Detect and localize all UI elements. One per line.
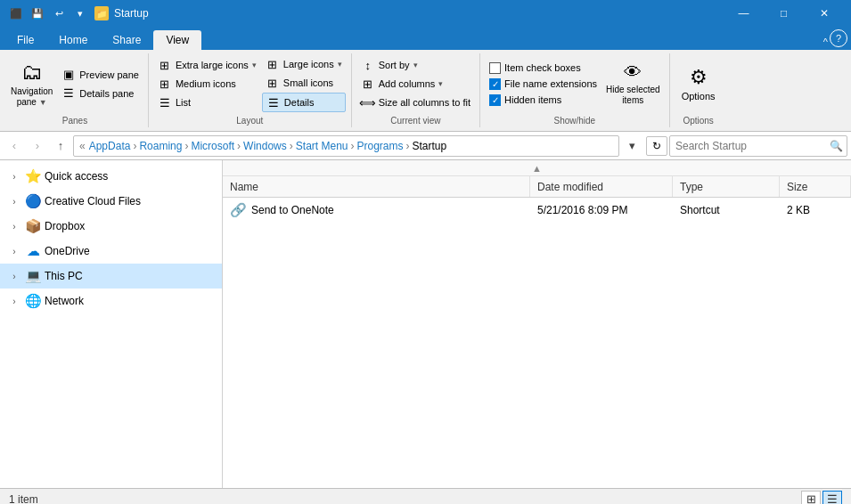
- options-btn[interactable]: ⚙ Options: [675, 56, 722, 111]
- col-header-size[interactable]: Size: [780, 176, 851, 197]
- creative-cloud-label: Creative Cloud Files: [45, 195, 141, 207]
- ribbon-group-options: ⚙ Options Options: [670, 53, 727, 127]
- add-columns-icon: ⊞: [361, 77, 375, 91]
- sort-by-btn[interactable]: ↕ Sort by ▾: [357, 56, 474, 74]
- size-all-columns-btn[interactable]: ⟺ Size all columns to fit: [357, 93, 474, 111]
- list-label: List: [176, 97, 191, 108]
- sidebar-item-quick-access[interactable]: › ⭐ Quick access: [0, 164, 222, 189]
- network-expand[interactable]: ›: [7, 294, 21, 308]
- maximize-button[interactable]: □: [764, 0, 804, 27]
- quick-dropdown-btn[interactable]: ▾: [71, 4, 89, 22]
- hide-selected-items-btn[interactable]: 👁 Hide selecteditems: [602, 56, 664, 111]
- search-icon[interactable]: 🔍: [825, 135, 847, 157]
- sidebar-item-network[interactable]: › 🌐 Network: [0, 289, 222, 313]
- breadcrumb-windows[interactable]: Windows: [243, 140, 287, 152]
- help-button[interactable]: ?: [830, 29, 847, 47]
- quick-undo-btn[interactable]: ↩: [50, 4, 68, 22]
- details-pane-icon: ☰: [61, 86, 76, 101]
- small-icon: ⊞: [266, 76, 280, 90]
- breadcrumb-appdata[interactable]: AppData: [89, 140, 131, 152]
- sidebar-item-onedrive[interactable]: › ☁ OneDrive: [0, 239, 222, 264]
- sidebar-item-dropbox[interactable]: › 📦 Dropbox: [0, 214, 222, 239]
- hidden-items-btn[interactable]: ✓ Hidden items: [486, 93, 601, 108]
- search-input[interactable]: [670, 140, 825, 152]
- table-row[interactable]: 🔗 Send to OneNote 5/21/2016 8:09 PM Shor…: [223, 198, 851, 223]
- navigation-pane-label: Navigationpane ▼: [11, 86, 53, 108]
- hide-selected-icon: 👁: [624, 62, 642, 83]
- creative-cloud-expand[interactable]: ›: [7, 194, 21, 208]
- add-columns-btn[interactable]: ⊞ Add columns ▾: [357, 75, 474, 93]
- ribbon: 🗂 Navigationpane ▼ ▣ Preview pane ☰ Deta…: [0, 50, 851, 132]
- quick-access-btn[interactable]: ⬛: [7, 4, 25, 22]
- breadcrumb-programs[interactable]: Programs: [357, 140, 404, 152]
- this-pc-expand[interactable]: ›: [7, 269, 21, 283]
- up-button[interactable]: ↑: [50, 135, 71, 157]
- network-icon: 🌐: [25, 293, 41, 309]
- sort-by-icon: ↕: [361, 58, 375, 72]
- tab-share[interactable]: Share: [100, 30, 153, 50]
- size-all-columns-icon: ⟺: [361, 95, 375, 110]
- quick-save-btn[interactable]: 💾: [29, 4, 46, 22]
- navigation-pane-btn[interactable]: 🗂 Navigationpane ▼: [7, 56, 56, 111]
- panes-items: 🗂 Navigationpane ▼ ▣ Preview pane ☰ Deta…: [7, 55, 143, 112]
- breadcrumb[interactable]: « AppData › Roaming › Microsoft › Window…: [73, 135, 619, 157]
- file-cell-date: 5/21/2016 8:09 PM: [530, 204, 673, 216]
- forward-button[interactable]: ›: [27, 135, 48, 157]
- preview-pane-btn[interactable]: ▣ Preview pane: [58, 66, 143, 84]
- tab-file[interactable]: File: [4, 30, 46, 50]
- col-header-date[interactable]: Date modified: [530, 176, 673, 197]
- back-button[interactable]: ‹: [4, 135, 25, 157]
- panes-col: ▣ Preview pane ☰ Details pane: [58, 66, 143, 102]
- current-view-items: ↕ Sort by ▾ ⊞ Add columns ▾ ⟺ Size all c…: [357, 55, 474, 112]
- details-label: Details: [284, 97, 315, 108]
- breadcrumb-startup: Startup: [413, 140, 447, 152]
- item-count: 1 item: [9, 493, 38, 505]
- file-cell-name: 🔗 Send to OneNote: [223, 202, 530, 218]
- details-btn[interactable]: ☰ Details: [262, 93, 346, 112]
- medium-icons-btn[interactable]: ⊞ Medium icons: [154, 75, 260, 93]
- ribbon-collapse-btn[interactable]: ^: [823, 37, 828, 47]
- item-check-boxes-btn[interactable]: Item check boxes: [486, 61, 601, 76]
- tab-home[interactable]: Home: [46, 30, 100, 50]
- col-size-label: Size: [787, 181, 807, 193]
- options-items: ⚙ Options: [675, 55, 722, 112]
- panes-group-label: Panes: [62, 112, 87, 126]
- tab-view[interactable]: View: [153, 30, 201, 50]
- onedrive-expand[interactable]: ›: [7, 244, 21, 258]
- close-button[interactable]: ✕: [804, 0, 844, 27]
- dropbox-expand[interactable]: ›: [7, 219, 21, 233]
- list-view-btn[interactable]: ☰: [822, 491, 842, 505]
- large-icons-btn[interactable]: ⊞ Large icons ▾: [262, 55, 346, 73]
- extra-large-icons-btn[interactable]: ⊞ Extra large icons ▾: [154, 56, 260, 74]
- dropbox-label: Dropbox: [45, 220, 85, 232]
- file-name-extensions-btn[interactable]: ✓ File name extensions: [486, 77, 601, 92]
- breadcrumb-dropdown-btn[interactable]: ▾: [621, 135, 642, 157]
- file-name-extensions-label: File name extensions: [504, 78, 597, 89]
- up-folder-row[interactable]: ▲: [223, 160, 851, 176]
- breadcrumb-roaming[interactable]: Roaming: [139, 140, 182, 152]
- details-icon: ☰: [266, 95, 281, 110]
- breadcrumb-startmenu[interactable]: Start Menu: [296, 140, 348, 152]
- preview-pane-label: Preview pane: [79, 69, 139, 80]
- show-hide-group-label: Show/hide: [553, 112, 595, 126]
- list-btn[interactable]: ☰ List: [154, 93, 260, 111]
- sidebar-item-this-pc[interactable]: › 💻 This PC: [0, 264, 222, 289]
- search-box: 🔍: [669, 135, 847, 157]
- breadcrumb-expand[interactable]: «: [79, 140, 86, 152]
- breadcrumb-microsoft[interactable]: Microsoft: [191, 140, 234, 152]
- grid-view-btn[interactable]: ⊞: [801, 491, 821, 505]
- details-pane-btn[interactable]: ☰ Details pane: [58, 85, 143, 102]
- quick-access-expand[interactable]: ›: [7, 169, 21, 183]
- col-header-type[interactable]: Type: [673, 176, 780, 197]
- main-layout: › ⭐ Quick access › 🔵 Creative Cloud File…: [0, 160, 851, 488]
- options-label: Options: [682, 91, 716, 102]
- layout-col1: ⊞ Extra large icons ▾ ⊞ Medium icons ☰ L…: [154, 56, 260, 111]
- file-name-extensions-checkbox: ✓: [489, 78, 501, 90]
- file-list: 🔗 Send to OneNote 5/21/2016 8:09 PM Shor…: [223, 198, 851, 488]
- refresh-button[interactable]: ↻: [646, 136, 667, 156]
- small-icons-btn[interactable]: ⊞ Small icons: [262, 74, 346, 92]
- ribbon-tab-bar: File Home Share View ^ ?: [0, 27, 851, 50]
- col-header-name[interactable]: Name: [223, 176, 530, 197]
- minimize-button[interactable]: —: [724, 0, 764, 27]
- sidebar-item-creative-cloud[interactable]: › 🔵 Creative Cloud Files: [0, 189, 222, 214]
